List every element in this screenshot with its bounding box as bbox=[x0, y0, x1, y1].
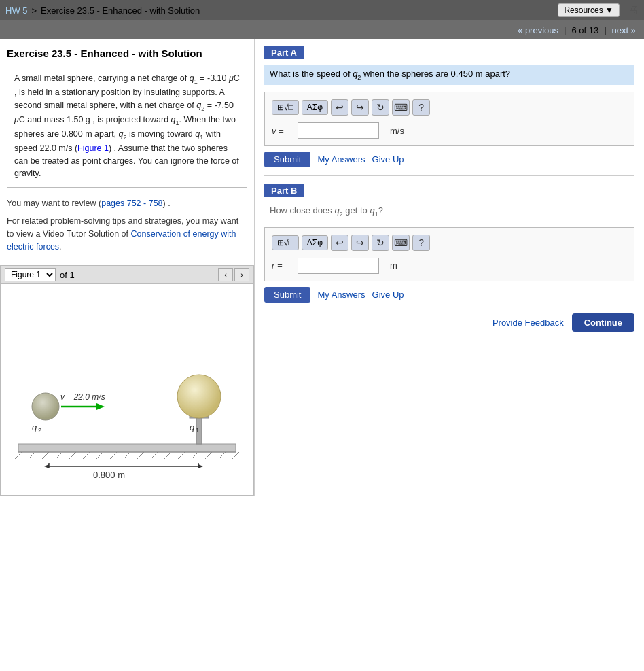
part-b-keyboard-btn[interactable]: ⌨ bbox=[392, 235, 410, 251]
part-b-submit-btn[interactable]: Submit bbox=[264, 287, 310, 303]
problem-title: Exercise 23.5 - Enhanced - with Solution bbox=[0, 39, 254, 65]
nav-divider2: | bbox=[604, 25, 606, 35]
part-b-matrix-btn[interactable]: ⊞√□ bbox=[272, 235, 299, 250]
top-bar: HW 5 > Exercise 23.5 - Enhanced - with S… bbox=[0, 0, 644, 20]
svg-line-15 bbox=[192, 452, 198, 459]
svg-line-8 bbox=[96, 452, 103, 459]
part-b-redo-btn[interactable]: ↪ bbox=[351, 235, 369, 251]
svg-marker-33 bbox=[44, 464, 49, 468]
svg-line-16 bbox=[205, 452, 212, 459]
svg-line-17 bbox=[219, 452, 226, 459]
left-panel: Exercise 23.5 - Enhanced - with Solution… bbox=[0, 39, 255, 496]
part-b-answer-box: ⊞√□ ΑΣφ ↩ ↪ ↻ ⌨ ? r = m bbox=[264, 227, 634, 281]
part-b-toolbar: ⊞√□ ΑΣφ ↩ ↪ ↻ ⌨ ? bbox=[272, 235, 627, 251]
part-a-input[interactable] bbox=[298, 122, 379, 139]
svg-marker-34 bbox=[198, 464, 203, 468]
part-a-answer-box: ⊞√□ ΑΣφ ↩ ↪ ↻ ⌨ ? v = m/s bbox=[264, 92, 634, 146]
svg-line-6 bbox=[69, 452, 76, 459]
part-b-refresh-btn[interactable]: ↻ bbox=[372, 235, 389, 251]
part-b-symbol-btn[interactable]: ΑΣφ bbox=[302, 235, 328, 250]
svg-line-4 bbox=[42, 452, 49, 459]
svg-text:2: 2 bbox=[38, 427, 41, 434]
part-a-redo-btn[interactable]: ↪ bbox=[351, 99, 369, 116]
svg-line-3 bbox=[29, 452, 35, 459]
provide-feedback-link[interactable]: Provide Feedback bbox=[493, 317, 564, 328]
svg-marker-24 bbox=[96, 403, 105, 410]
svg-line-9 bbox=[110, 452, 117, 459]
part-a-submit-btn[interactable]: Submit bbox=[264, 152, 310, 167]
figure-prev-button[interactable]: ‹ bbox=[218, 268, 233, 281]
pages-link[interactable]: pages 752 - 758 bbox=[101, 199, 162, 208]
part-a-symbol-btn[interactable]: ΑΣφ bbox=[302, 100, 328, 115]
part-a-matrix-btn[interactable]: ⊞√□ bbox=[272, 100, 299, 115]
svg-point-22 bbox=[32, 393, 59, 420]
svg-rect-0 bbox=[18, 444, 236, 452]
figure-next-button[interactable]: › bbox=[234, 268, 249, 281]
svg-line-5 bbox=[56, 452, 62, 459]
svg-text:q: q bbox=[32, 422, 37, 432]
breadcrumb-separator: > bbox=[32, 5, 37, 16]
part-b-section: Part B How close does q2 get to q1? ⊞√□ … bbox=[264, 184, 634, 303]
part-a-keyboard-btn[interactable]: ⌨ bbox=[392, 99, 410, 116]
figure-canvas: q 2 v = 22.0 m/s q 1 0.800 m bbox=[1, 284, 253, 495]
right-panel: Part A What is the speed of q2 when the … bbox=[255, 39, 644, 496]
part-b-give-up-link[interactable]: Give Up bbox=[372, 290, 404, 300]
svg-line-11 bbox=[137, 452, 144, 459]
next-link[interactable]: next » bbox=[612, 25, 636, 35]
part-a-unit: m/s bbox=[390, 126, 404, 136]
part-a-input-row: v = m/s bbox=[272, 122, 627, 139]
nav-bar: « previous | 6 of 13 | next » bbox=[0, 20, 644, 39]
part-a-action-row: Submit My Answers Give Up bbox=[264, 152, 634, 167]
part-a-give-up-link[interactable]: Give Up bbox=[372, 154, 404, 165]
part-a-refresh-btn[interactable]: ↻ bbox=[372, 99, 389, 116]
part-a-undo-btn[interactable]: ↩ bbox=[331, 99, 348, 116]
page-title: Exercise 23.5 - Enhanced - with Solution bbox=[41, 5, 200, 16]
svg-line-12 bbox=[151, 452, 158, 459]
hw5-link[interactable]: HW 5 bbox=[5, 5, 28, 16]
svg-text:0.800 m: 0.800 m bbox=[93, 470, 125, 480]
part-a-question: What is the speed of q2 when the spheres… bbox=[264, 65, 634, 85]
svg-text:v = 22.0 m/s: v = 22.0 m/s bbox=[60, 392, 105, 402]
part-b-undo-btn[interactable]: ↩ bbox=[331, 235, 348, 251]
figure-header: Figure 1 of 1 ‹ › bbox=[1, 266, 253, 284]
svg-line-14 bbox=[178, 452, 185, 459]
svg-text:1: 1 bbox=[196, 427, 199, 434]
svg-point-21 bbox=[177, 375, 221, 418]
part-a-section: Part A What is the speed of q2 when the … bbox=[264, 46, 634, 167]
continue-button[interactable]: Continue bbox=[572, 313, 634, 332]
resources-button[interactable]: Resources ▼ bbox=[558, 3, 620, 17]
part-b-input-label: r = bbox=[272, 260, 292, 271]
part-divider bbox=[264, 175, 634, 176]
svg-line-13 bbox=[164, 452, 171, 459]
page-count: 6 of 13 bbox=[571, 25, 598, 35]
problem-text-box: A small metal sphere, carrying a net cha… bbox=[7, 65, 247, 188]
svg-line-2 bbox=[15, 452, 22, 459]
tutor-link[interactable]: Conservation of energy with electric for… bbox=[7, 229, 236, 252]
svg-line-7 bbox=[83, 452, 90, 459]
figure-nav: ‹ › bbox=[218, 268, 249, 281]
svg-line-18 bbox=[232, 452, 239, 459]
tutor-note: For related problem-solving tips and str… bbox=[0, 212, 254, 260]
print-icon[interactable]: 🖨 bbox=[628, 4, 639, 16]
figure-dropdown[interactable]: Figure 1 bbox=[5, 268, 56, 281]
part-b-label: Part B bbox=[264, 184, 304, 197]
part-a-label: Part A bbox=[264, 46, 304, 59]
part-a-input-label: v = bbox=[272, 126, 292, 136]
part-b-input[interactable] bbox=[298, 258, 379, 274]
part-b-question: How close does q2 get to q1? bbox=[264, 203, 634, 220]
figure1-link[interactable]: Figure 1 bbox=[77, 143, 109, 153]
part-b-help-btn[interactable]: ? bbox=[412, 235, 430, 251]
nav-divider: | bbox=[564, 25, 566, 35]
part-b-my-answers-link[interactable]: My Answers bbox=[317, 290, 365, 300]
bottom-actions: Provide Feedback Continue bbox=[264, 313, 634, 332]
part-b-action-row: Submit My Answers Give Up bbox=[264, 287, 634, 303]
of-label: of 1 bbox=[60, 270, 75, 280]
part-a-my-answers-link[interactable]: My Answers bbox=[317, 154, 365, 165]
part-b-input-row: r = m bbox=[272, 258, 627, 274]
review-note: You may want to review (pages 752 - 758)… bbox=[0, 194, 254, 212]
part-a-help-btn[interactable]: ? bbox=[412, 99, 430, 116]
previous-link[interactable]: « previous bbox=[518, 25, 558, 35]
svg-text:q: q bbox=[190, 422, 195, 432]
figure-panel: Figure 1 of 1 ‹ › bbox=[0, 265, 254, 496]
part-b-unit: m bbox=[390, 260, 397, 271]
